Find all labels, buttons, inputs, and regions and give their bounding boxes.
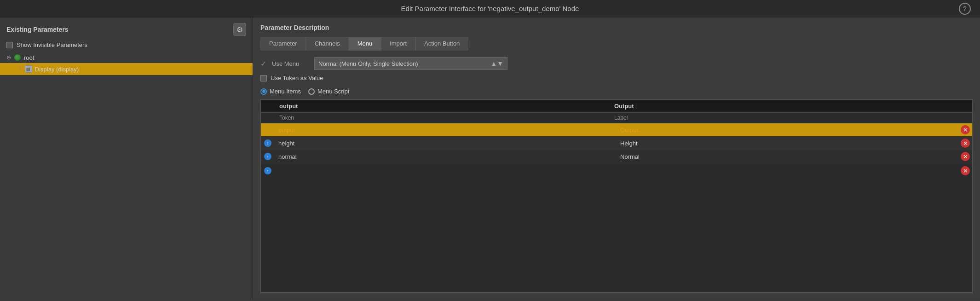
menu-items-radio[interactable]: Menu Items bbox=[260, 88, 301, 95]
label-col-header: Output bbox=[610, 100, 958, 113]
tabs-container: Parameter Channels Menu Import Action Bu… bbox=[260, 37, 973, 51]
tab-menu[interactable]: Menu bbox=[349, 37, 381, 51]
left-panel: Existing Parameters ⚙ Show Invisible Par… bbox=[0, 17, 253, 299]
table-header: output Output bbox=[261, 100, 972, 113]
menu-type-dropdown[interactable]: Normal (Menu Only, Single Selection) ▲▼ bbox=[314, 57, 507, 70]
table-row[interactable]: ↑ normal Normal ✕ bbox=[261, 150, 972, 163]
row-icon-normal: ↑ bbox=[264, 152, 272, 161]
delete-col-header bbox=[958, 100, 972, 113]
tree-area: ⊖ root └ ▤ Display (display) bbox=[0, 52, 253, 299]
use-menu-checkmark: ✓ bbox=[260, 59, 266, 68]
use-menu-row: ✓ Use Menu Normal (Menu Only, Single Sel… bbox=[260, 57, 973, 70]
table-sub-header: Token Label bbox=[261, 113, 972, 123]
menu-script-radio[interactable]: Menu Script bbox=[308, 88, 349, 95]
root-tree-item[interactable]: ⊖ root bbox=[0, 52, 253, 63]
left-panel-header: Existing Parameters ⚙ bbox=[0, 17, 253, 40]
blue-arrow-icon: ↑ bbox=[264, 153, 271, 160]
globe-icon bbox=[14, 54, 21, 61]
row-icon-output bbox=[264, 126, 272, 134]
table-row[interactable]: output Output ✕ bbox=[261, 123, 972, 137]
use-menu-label: Use Menu bbox=[272, 60, 309, 67]
label-sub-header: Label bbox=[610, 113, 958, 123]
show-invisible-label: Show Invisible Parameters bbox=[17, 41, 87, 48]
row-icon-height: ↑ bbox=[264, 139, 272, 147]
token-cell-height: height bbox=[275, 138, 617, 149]
use-token-checkbox[interactable] bbox=[260, 75, 267, 81]
show-invisible-checkbox[interactable] bbox=[6, 42, 13, 48]
row-icon-new: ↑ bbox=[264, 167, 272, 175]
menu-items-table: output Output Token Label out bbox=[260, 99, 973, 293]
menu-script-label: Menu Script bbox=[317, 88, 349, 95]
delete-row-output[interactable]: ✕ bbox=[961, 125, 970, 134]
token-sub-header: Token bbox=[261, 113, 610, 123]
settings-button[interactable]: ⚙ bbox=[233, 23, 246, 36]
delete-row-height[interactable]: ✕ bbox=[961, 139, 970, 148]
use-token-label: Use Token as Value bbox=[271, 75, 323, 81]
main-layout: Existing Parameters ⚙ Show Invisible Par… bbox=[0, 17, 980, 299]
menu-items-radio-circle bbox=[260, 88, 267, 95]
window-title: Edit Parameter Interface for 'negative_o… bbox=[401, 5, 579, 12]
delete-row-new[interactable]: ✕ bbox=[961, 166, 970, 175]
use-token-row: Use Token as Value bbox=[260, 75, 973, 81]
tree-connector: └ bbox=[18, 66, 22, 72]
delete-sub-header bbox=[958, 113, 972, 123]
dropdown-arrow-icon: ▲▼ bbox=[490, 60, 503, 67]
tab-action-button[interactable]: Action Button bbox=[415, 37, 468, 51]
label-cell-normal: Normal bbox=[617, 151, 958, 162]
blue-arrow-new-icon: ↑ bbox=[264, 167, 271, 174]
menu-script-radio-circle bbox=[308, 88, 315, 95]
label-cell-output: Output bbox=[617, 124, 958, 136]
display-tree-item[interactable]: └ ▤ Display (display) bbox=[0, 63, 253, 75]
delete-row-normal[interactable]: ✕ bbox=[961, 152, 970, 161]
right-panel: Parameter Description Parameter Channels… bbox=[253, 17, 980, 299]
help-button[interactable]: ? bbox=[959, 3, 971, 15]
tab-parameter[interactable]: Parameter bbox=[260, 37, 306, 51]
collapse-icon: ⊖ bbox=[6, 54, 11, 61]
show-invisible-row: Show Invisible Parameters bbox=[0, 40, 253, 52]
label-cell-new bbox=[617, 168, 958, 173]
label-cell-height: Height bbox=[617, 138, 958, 149]
title-bar: Edit Parameter Interface for 'negative_o… bbox=[0, 0, 980, 17]
param-desc-title: Parameter Description bbox=[260, 24, 973, 31]
tab-channels[interactable]: Channels bbox=[306, 37, 349, 51]
token-cell-normal: normal bbox=[275, 151, 617, 162]
table-row[interactable]: ↑ height Height ✕ bbox=[261, 137, 972, 150]
token-col-header: output bbox=[261, 100, 610, 113]
display-label: Display (display) bbox=[35, 66, 79, 73]
page-icon: ▤ bbox=[25, 65, 32, 73]
token-cell-output: output bbox=[275, 124, 617, 136]
root-label: root bbox=[24, 54, 34, 61]
tab-import[interactable]: Import bbox=[381, 37, 415, 51]
token-cell-new[interactable] bbox=[275, 168, 617, 173]
dropdown-value: Normal (Menu Only, Single Selection) bbox=[318, 60, 418, 67]
new-entry-row: ↑ ✕ bbox=[261, 163, 972, 178]
radio-row: Menu Items Menu Script bbox=[260, 88, 973, 95]
blue-arrow-icon: ↑ bbox=[264, 139, 271, 147]
existing-params-title: Existing Parameters bbox=[6, 26, 69, 33]
menu-items-label: Menu Items bbox=[270, 88, 301, 95]
